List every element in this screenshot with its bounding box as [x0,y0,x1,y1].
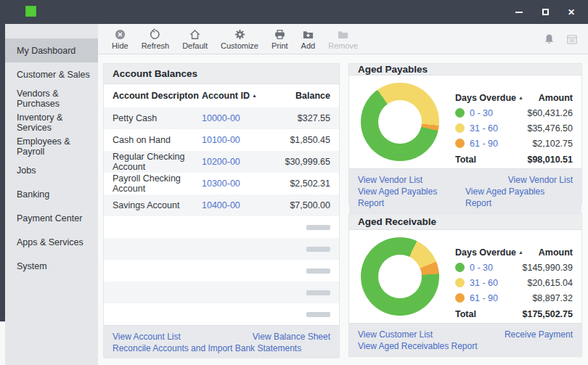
days-overdue-header[interactable]: Days Overdue▲ [455,247,523,258]
legend-dot-orange [455,293,465,303]
account-balance: $1,850.45 [271,135,330,145]
notifications-bell-icon[interactable] [544,33,555,45]
amount-value: $8,897.32 [532,293,573,303]
account-description: Petty Cash [113,113,202,123]
skeleton-row [104,260,339,282]
skeleton-bar [306,268,330,274]
account-id-link[interactable]: 10300-00 [202,179,240,189]
aged-payables-donut-chart[interactable] [361,83,439,161]
amount-header: Amount [539,93,573,103]
legend-total-row: Total $98,010.51 [455,151,573,168]
minimize-icon [515,12,523,13]
account-description: Payroll Checking Account [113,173,202,194]
hide-button[interactable]: Hide [105,25,135,54]
hide-icon [114,28,126,41]
toolbar-right-icons [544,33,578,45]
refresh-button[interactable]: Refresh [135,25,176,54]
maximize-button[interactable] [540,7,550,17]
folder-plus-icon [302,28,314,41]
sidebar-item-employees-payroll[interactable]: Employees & Payroll [5,134,98,158]
skeleton-bar [306,225,330,230]
sidebar-item-inventory-services[interactable]: Inventory & Services [5,110,98,134]
receive-payment-link[interactable]: Receive Payment [505,329,573,340]
account-id-link[interactable]: 10200-00 [202,157,240,167]
legend-row: 31 - 60 $35,476.50 [455,120,573,136]
titlebar: ✕ [0,0,588,24]
view-balance-sheet-link[interactable]: View Balance Sheet [253,331,330,343]
column-account-id[interactable]: Account ID▲ [202,91,271,101]
column-balance: Balance [271,91,330,101]
default-button[interactable]: Default [176,25,214,54]
total-label: Total [455,309,476,319]
print-button[interactable]: Print [265,25,295,54]
sidebar-item-system[interactable]: System [5,254,98,278]
skeleton-row [104,282,339,303]
view-vendor-list-link[interactable]: View Vendor List [358,174,422,186]
close-button[interactable]: ✕ [566,7,576,17]
skeleton-bar [306,247,330,252]
account-description: Regular Checking Account [113,152,202,172]
legend-dot-yellow [455,123,465,133]
reconcile-accounts-link[interactable]: Reconcile Accounts and Import Bank State… [113,343,301,354]
range-31-60-link[interactable]: 31 - 60 [470,278,498,288]
aged-payables-footer: View Vendor List View Vendor List View A… [349,168,581,213]
aged-receivable-title: Aged Receivable [349,214,581,230]
legend-row: 61 - 90 $2,102.75 [455,136,573,151]
account-table-rows: Petty Cash 10000-00 $327.55 Cash on Hand… [104,107,339,325]
account-table-column-header: Account Descripton Account ID▲ Balance [104,84,339,107]
sidebar-item-customer-sales[interactable]: Customer & Sales [5,62,98,86]
total-amount: $98,010.51 [527,155,573,165]
account-id-link[interactable]: 10400-00 [202,200,240,210]
view-aged-receivables-report-link[interactable]: View Aged Receivables Report [358,340,478,352]
amount-header: Amount [539,247,573,258]
sidebar-item-vendors-purchases[interactable]: Vendors & Purchases [5,86,98,110]
aged-receivable-legend: Days Overdue▲ Amount 0 - 30 $145,990.39 … [455,245,573,323]
customize-button[interactable]: Customize [214,25,265,54]
folder-remove-icon [337,28,349,41]
table-row: Regular Checking Account 10200-00 $30,99… [104,151,339,173]
range-61-90-link[interactable]: 61 - 90 [470,293,498,303]
left-accent-strip [0,24,5,321]
skeleton-row [104,303,339,325]
legend-dot-orange [455,139,465,148]
table-row: Cash on Hand 10100-00 $1,850.45 [104,129,339,151]
range-0-30-link[interactable]: 0 - 30 [470,108,493,118]
account-id-link[interactable]: 10100-00 [202,135,240,145]
range-31-60-link[interactable]: 31 - 60 [470,123,498,134]
account-balance: $7,500.00 [271,200,330,210]
sidebar-item-banking[interactable]: Banking [5,182,98,206]
skeleton-row [104,238,339,260]
sidebar-item-apps-services[interactable]: Apps & Services [5,230,98,254]
aged-receivable-donut-chart[interactable] [361,237,439,316]
account-balance: $30,999.65 [271,157,330,167]
total-label: Total [455,155,476,165]
legend-row: 61 - 90 $8,897.32 [455,290,573,305]
sidebar: My Dashboard Customer & Sales Vendors & … [5,24,98,365]
printer-icon [274,28,286,41]
gear-icon [234,28,246,41]
account-balances-footer: View Account List View Balance Sheet Rec… [104,325,339,358]
app-logo[interactable] [25,6,36,17]
sidebar-item-jobs[interactable]: Jobs [5,158,98,182]
aged-receivable-footer: View Customer List Receive Payment View … [349,323,581,356]
view-account-list-link[interactable]: View Account List [113,331,181,343]
days-overdue-header[interactable]: Days Overdue▲ [455,93,523,103]
view-customer-list-link[interactable]: View Customer List [358,329,433,340]
view-aged-payables-report-link[interactable]: View Aged Payables Report [358,186,465,209]
add-button[interactable]: Add [295,25,322,54]
range-61-90-link[interactable]: 61 - 90 [470,139,498,149]
view-aged-payables-report-link[interactable]: View Aged Payables Report [465,186,573,209]
remove-button[interactable]: Remove [322,25,364,54]
minimize-button[interactable] [514,7,524,17]
legend-row: 31 - 60 $20,615.04 [455,275,573,290]
sidebar-item-payment-center[interactable]: Payment Center [5,206,98,230]
sidebar-item-my-dashboard[interactable]: My Dashboard [5,38,98,62]
aged-payables-panel: Aged Payables Days Overdue▲ Amount 0 - 3… [348,63,582,205]
calendar-icon[interactable] [566,33,578,45]
maximize-icon [542,9,549,15]
view-vendor-list-link[interactable]: View Vendor List [508,174,573,186]
table-row: Petty Cash 10000-00 $327.55 [104,107,339,129]
skeleton-bar [306,290,330,295]
range-0-30-link[interactable]: 0 - 30 [470,263,493,273]
account-id-link[interactable]: 10000-00 [202,113,240,123]
